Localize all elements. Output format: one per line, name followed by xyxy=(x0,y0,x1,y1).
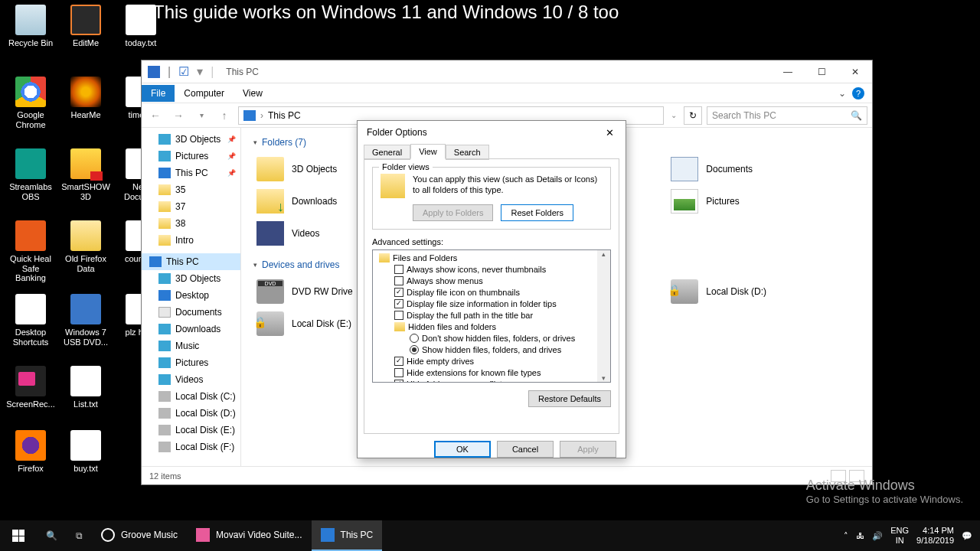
apply-button[interactable]: Apply xyxy=(560,441,616,458)
navigation-pane[interactable]: 3D Objects📌 Pictures📌 This PC📌 35 37 38 … xyxy=(142,128,241,466)
nav-3d-objects-2[interactable]: 3D Objects xyxy=(142,270,240,287)
advanced-settings-tree[interactable]: Files and Folders Always show icons, nev… xyxy=(372,249,611,383)
hearme-icon xyxy=(70,77,101,107)
nav-folder-35[interactable]: 35 xyxy=(142,181,240,198)
desktop: This guide works on Windows 11 and Windo… xyxy=(0,0,980,551)
nav-music[interactable]: Music xyxy=(142,337,240,354)
desktop-icon-editme[interactable]: EditMe xyxy=(61,5,110,48)
refresh-button[interactable]: ↻ xyxy=(684,106,702,125)
tree-files-folders[interactable]: Files and Folders xyxy=(374,252,609,263)
nav-desktop[interactable]: Desktop xyxy=(142,287,240,304)
desktop-icon-oldfirefox[interactable]: Old Firefox Data xyxy=(61,220,110,273)
tree-scrollbar[interactable] xyxy=(597,250,610,382)
desktop-icon-hearme[interactable]: HearMe xyxy=(61,77,110,120)
apply-to-folders-button[interactable]: Apply to Folders xyxy=(413,204,493,221)
tree-hide-empty-drives[interactable]: ✓Hide empty drives xyxy=(374,355,609,367)
desktop-icon-streamlabs[interactable]: Streamlabs OBS xyxy=(6,148,55,201)
nav-local-disk-f[interactable]: Local Disk (F:) xyxy=(142,439,240,455)
tree-display-file-icon[interactable]: ✓Display file icon on thumbnails xyxy=(374,286,609,298)
tab-general[interactable]: General xyxy=(364,145,410,160)
desktop-icon-w7usb[interactable]: Windows 7 USB DVD... xyxy=(61,294,110,347)
taskbar-clock[interactable]: 4:14 PM 9/18/2019 xyxy=(916,526,954,546)
nav-up-button[interactable]: ↑ xyxy=(215,106,234,125)
help-icon[interactable]: ? xyxy=(852,87,864,99)
nav-history-button[interactable]: ▾ xyxy=(192,106,211,125)
desktop-icon-recycle-bin[interactable]: Recycle Bin xyxy=(6,5,55,48)
address-dropdown[interactable]: ⌄ xyxy=(668,111,679,119)
nav-videos[interactable]: Videos xyxy=(142,371,240,388)
nav-forward-button[interactable]: → xyxy=(169,106,188,125)
tab-view[interactable]: View xyxy=(410,144,446,159)
taskbar-movavi[interactable]: Movavi Video Suite... xyxy=(187,520,312,551)
groove-icon xyxy=(101,528,115,542)
dialog-titlebar[interactable]: Folder Options ✕ xyxy=(358,121,626,144)
taskbar-search-button[interactable]: 🔍 xyxy=(37,520,67,551)
tab-view[interactable]: View xyxy=(234,85,272,102)
item-local-disk-d[interactable]: Local Disk (D:) xyxy=(668,276,860,307)
tree-always-icons[interactable]: Always show icons, never thumbnails xyxy=(374,263,609,275)
taskbar-groove-music[interactable]: Groove Music xyxy=(92,520,187,551)
txt-icon xyxy=(70,430,101,461)
task-view-button[interactable]: ⧉ xyxy=(67,520,92,551)
desktop-icon-list[interactable]: List.txt xyxy=(61,366,110,409)
tree-show-hidden[interactable]: Show hidden files, folders, and drives xyxy=(374,344,609,355)
tree-display-file-size[interactable]: ✓Display file size information in folder… xyxy=(374,298,609,309)
tray-volume-icon[interactable]: 🔊 xyxy=(872,531,883,541)
nav-folder-38[interactable]: 38 xyxy=(142,215,240,232)
pin-icon: 📌 xyxy=(227,152,236,160)
tray-network-icon[interactable]: 🖧 xyxy=(856,531,864,540)
movavi-icon xyxy=(196,528,210,542)
nav-documents[interactable]: Documents xyxy=(142,304,240,321)
desktop-icon-smartshow[interactable]: SmartSHOW 3D xyxy=(61,148,110,201)
nav-back-button[interactable]: ← xyxy=(146,106,165,125)
start-button[interactable] xyxy=(0,520,37,551)
tab-computer[interactable]: Computer xyxy=(175,85,234,102)
nav-pictures-2[interactable]: Pictures xyxy=(142,354,240,371)
nav-downloads[interactable]: Downloads xyxy=(142,321,240,337)
tree-hide-merge-conflicts[interactable]: ✓Hide folder merge conflicts xyxy=(374,378,609,383)
tree-full-path-title[interactable]: Display the full path in the title bar xyxy=(374,309,609,321)
desktop-icon-screenrec[interactable]: ScreenRec... xyxy=(6,366,55,409)
language-indicator[interactable]: ENG xyxy=(890,526,909,536)
restore-defaults-button[interactable]: Restore Defaults xyxy=(528,390,611,407)
desktop-icon-shortcuts[interactable]: Desktop Shortcuts xyxy=(6,294,55,347)
ribbon-collapse-icon[interactable]: ⌄ xyxy=(838,88,846,99)
desktop-icon-firefox[interactable]: Firefox xyxy=(6,430,55,474)
reset-folders-button[interactable]: Reset Folders xyxy=(501,204,573,221)
nav-this-pc[interactable]: This PC xyxy=(142,253,240,270)
nav-this-pc-pin[interactable]: This PC📌 xyxy=(142,165,240,181)
item-pictures[interactable]: Pictures xyxy=(668,186,860,217)
nav-folder-37[interactable]: 37 xyxy=(142,198,240,215)
qat-checkbox-icon[interactable]: ☑ xyxy=(178,64,189,79)
tray-overflow-button[interactable]: ˄ xyxy=(844,531,848,541)
maximize-button[interactable]: ☐ xyxy=(805,61,838,83)
cancel-button[interactable]: Cancel xyxy=(497,441,554,458)
tree-always-menus[interactable]: Always show menus xyxy=(374,275,609,286)
minimize-button[interactable]: — xyxy=(771,61,805,83)
qat-dropdown-icon[interactable]: ▾ xyxy=(197,64,203,79)
taskbar-this-pc[interactable]: This PC xyxy=(312,520,383,551)
tab-file[interactable]: File xyxy=(142,85,175,102)
nav-local-disk-d[interactable]: Local Disk (D:) xyxy=(142,405,240,422)
nav-local-disk-e[interactable]: Local Disk (E:) xyxy=(142,422,240,439)
desktop-icon-chrome[interactable]: Google Chrome xyxy=(6,77,55,129)
nav-local-disk-c[interactable]: Local Disk (C:) xyxy=(142,388,240,405)
keyboard-indicator[interactable]: IN xyxy=(890,536,909,546)
ok-button[interactable]: OK xyxy=(434,441,491,458)
search-input[interactable]: Search This PC 🔍 xyxy=(707,106,867,125)
explorer-titlebar[interactable]: | ☑ ▾ | This PC — ☐ ✕ xyxy=(142,60,872,83)
action-center-button[interactable]: 💬 xyxy=(962,531,972,541)
tree-dont-show-hidden[interactable]: Don't show hidden files, folders, or dri… xyxy=(374,332,609,344)
nav-folder-intro[interactable]: Intro xyxy=(142,232,240,249)
nav-pictures[interactable]: Pictures📌 xyxy=(142,148,240,165)
tree-hidden-files[interactable]: Hidden files and folders xyxy=(374,321,609,332)
desktop-icon-quickheal[interactable]: Quick Heal Safe Banking xyxy=(6,220,55,283)
close-button[interactable]: ✕ xyxy=(838,61,872,83)
tab-search[interactable]: Search xyxy=(446,145,489,160)
nav-3d-objects[interactable]: 3D Objects📌 xyxy=(142,131,240,148)
desktop-icon-today[interactable]: today.txt xyxy=(116,5,165,48)
dialog-close-button[interactable]: ✕ xyxy=(599,124,619,141)
tree-hide-extensions[interactable]: Hide extensions for known file types xyxy=(374,367,609,378)
item-documents[interactable]: Documents xyxy=(668,154,860,184)
desktop-icon-buy[interactable]: buy.txt xyxy=(61,430,110,474)
